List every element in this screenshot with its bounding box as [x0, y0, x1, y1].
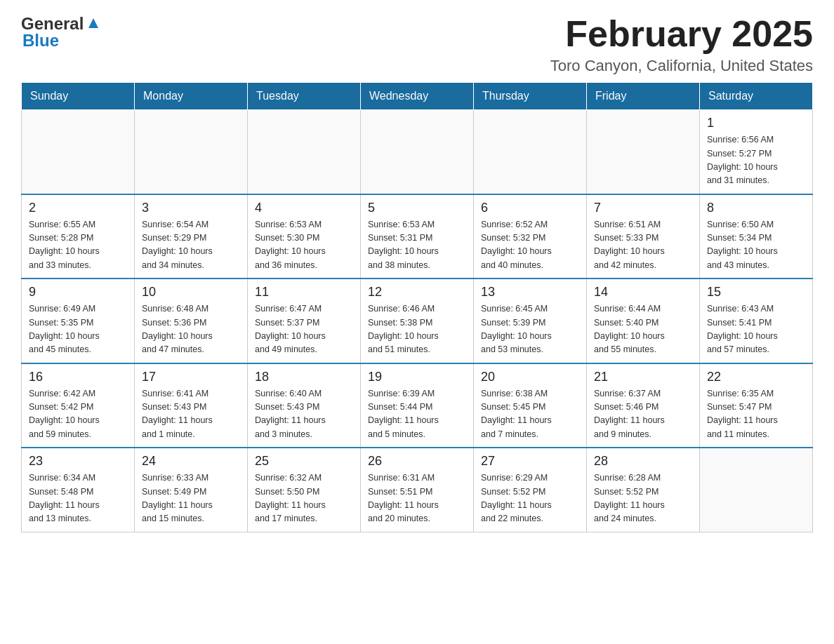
- location-subtitle: Toro Canyon, California, United States: [550, 57, 813, 75]
- calendar-cell: 7Sunrise: 6:51 AM Sunset: 5:33 PM Daylig…: [587, 194, 700, 279]
- day-number: 9: [29, 285, 127, 300]
- calendar-cell: 17Sunrise: 6:41 AM Sunset: 5:43 PM Dayli…: [135, 363, 248, 448]
- day-info: Sunrise: 6:40 AM Sunset: 5:43 PM Dayligh…: [255, 387, 353, 442]
- calendar-cell: 8Sunrise: 6:50 AM Sunset: 5:34 PM Daylig…: [700, 194, 813, 279]
- calendar-cell: 24Sunrise: 6:33 AM Sunset: 5:49 PM Dayli…: [135, 448, 248, 532]
- calendar-week-row: 1Sunrise: 6:56 AM Sunset: 5:27 PM Daylig…: [22, 110, 813, 194]
- day-number: 3: [142, 201, 240, 215]
- calendar-cell: 26Sunrise: 6:31 AM Sunset: 5:51 PM Dayli…: [361, 448, 474, 532]
- logo-triangle-icon: [86, 15, 101, 31]
- day-info: Sunrise: 6:54 AM Sunset: 5:29 PM Dayligh…: [142, 218, 240, 273]
- day-info: Sunrise: 6:28 AM Sunset: 5:52 PM Dayligh…: [594, 471, 692, 526]
- day-number: 10: [142, 285, 240, 300]
- calendar-cell: [700, 448, 813, 532]
- day-info: Sunrise: 6:49 AM Sunset: 5:35 PM Dayligh…: [29, 302, 127, 357]
- day-info: Sunrise: 6:39 AM Sunset: 5:44 PM Dayligh…: [368, 387, 466, 442]
- calendar-cell: 22Sunrise: 6:35 AM Sunset: 5:47 PM Dayli…: [700, 363, 813, 448]
- calendar-cell: 6Sunrise: 6:52 AM Sunset: 5:32 PM Daylig…: [474, 194, 587, 279]
- month-title: February 2025: [550, 14, 813, 54]
- calendar-cell: [587, 110, 700, 194]
- title-area: February 2025 Toro Canyon, California, U…: [550, 14, 813, 75]
- day-number: 11: [255, 285, 353, 300]
- day-info: Sunrise: 6:47 AM Sunset: 5:37 PM Dayligh…: [255, 302, 353, 357]
- day-number: 13: [481, 285, 579, 300]
- calendar-cell: [22, 110, 135, 194]
- day-number: 28: [594, 454, 692, 469]
- calendar-cell: [135, 110, 248, 194]
- day-info: Sunrise: 6:51 AM Sunset: 5:33 PM Dayligh…: [594, 218, 692, 273]
- day-number: 27: [481, 454, 579, 469]
- calendar-cell: 12Sunrise: 6:46 AM Sunset: 5:38 PM Dayli…: [361, 279, 474, 363]
- calendar-week-row: 16Sunrise: 6:42 AM Sunset: 5:42 PM Dayli…: [22, 363, 813, 448]
- calendar-cell: 5Sunrise: 6:53 AM Sunset: 5:31 PM Daylig…: [361, 194, 474, 279]
- day-info: Sunrise: 6:46 AM Sunset: 5:38 PM Dayligh…: [368, 302, 466, 357]
- calendar-cell: 28Sunrise: 6:28 AM Sunset: 5:52 PM Dayli…: [587, 448, 700, 532]
- calendar-cell: 16Sunrise: 6:42 AM Sunset: 5:42 PM Dayli…: [22, 363, 135, 448]
- calendar-week-row: 23Sunrise: 6:34 AM Sunset: 5:48 PM Dayli…: [22, 448, 813, 532]
- day-number: 5: [368, 201, 466, 215]
- calendar-week-row: 9Sunrise: 6:49 AM Sunset: 5:35 PM Daylig…: [22, 279, 813, 363]
- calendar-cell: 4Sunrise: 6:53 AM Sunset: 5:30 PM Daylig…: [248, 194, 361, 279]
- calendar-cell: [474, 110, 587, 194]
- day-info: Sunrise: 6:50 AM Sunset: 5:34 PM Dayligh…: [707, 218, 805, 273]
- day-info: Sunrise: 6:29 AM Sunset: 5:52 PM Dayligh…: [481, 471, 579, 526]
- day-number: 12: [368, 285, 466, 300]
- weekday-header-saturday: Saturday: [700, 83, 813, 110]
- calendar-week-row: 2Sunrise: 6:55 AM Sunset: 5:28 PM Daylig…: [22, 194, 813, 279]
- day-info: Sunrise: 6:42 AM Sunset: 5:42 PM Dayligh…: [29, 387, 127, 442]
- weekday-header-friday: Friday: [587, 83, 700, 110]
- day-info: Sunrise: 6:43 AM Sunset: 5:41 PM Dayligh…: [707, 302, 805, 357]
- calendar-cell: 23Sunrise: 6:34 AM Sunset: 5:48 PM Dayli…: [22, 448, 135, 532]
- day-info: Sunrise: 6:38 AM Sunset: 5:45 PM Dayligh…: [481, 387, 579, 442]
- svg-marker-0: [88, 18, 98, 28]
- calendar-cell: 15Sunrise: 6:43 AM Sunset: 5:41 PM Dayli…: [700, 279, 813, 363]
- day-info: Sunrise: 6:45 AM Sunset: 5:39 PM Dayligh…: [481, 302, 579, 357]
- day-info: Sunrise: 6:53 AM Sunset: 5:31 PM Dayligh…: [368, 218, 466, 273]
- weekday-header-wednesday: Wednesday: [361, 83, 474, 110]
- day-number: 4: [255, 201, 353, 215]
- day-info: Sunrise: 6:56 AM Sunset: 5:27 PM Dayligh…: [707, 133, 805, 188]
- day-number: 7: [594, 201, 692, 215]
- day-info: Sunrise: 6:32 AM Sunset: 5:50 PM Dayligh…: [255, 471, 353, 526]
- day-info: Sunrise: 6:37 AM Sunset: 5:46 PM Dayligh…: [594, 387, 692, 442]
- weekday-header-monday: Monday: [135, 83, 248, 110]
- day-number: 14: [594, 285, 692, 300]
- day-number: 6: [481, 201, 579, 215]
- day-info: Sunrise: 6:31 AM Sunset: 5:51 PM Dayligh…: [368, 471, 466, 526]
- day-number: 16: [29, 370, 127, 384]
- calendar-cell: 20Sunrise: 6:38 AM Sunset: 5:45 PM Dayli…: [474, 363, 587, 448]
- day-number: 26: [368, 454, 466, 469]
- weekday-header-thursday: Thursday: [474, 83, 587, 110]
- calendar-cell: 18Sunrise: 6:40 AM Sunset: 5:43 PM Dayli…: [248, 363, 361, 448]
- logo-blue-text: Blue: [21, 31, 59, 51]
- day-info: Sunrise: 6:52 AM Sunset: 5:32 PM Dayligh…: [481, 218, 579, 273]
- day-info: Sunrise: 6:53 AM Sunset: 5:30 PM Dayligh…: [255, 218, 353, 273]
- day-number: 20: [481, 370, 579, 384]
- calendar-cell: 9Sunrise: 6:49 AM Sunset: 5:35 PM Daylig…: [22, 279, 135, 363]
- calendar-cell: 11Sunrise: 6:47 AM Sunset: 5:37 PM Dayli…: [248, 279, 361, 363]
- logo: General Blue: [21, 14, 101, 51]
- day-number: 18: [255, 370, 353, 384]
- calendar-cell: 3Sunrise: 6:54 AM Sunset: 5:29 PM Daylig…: [135, 194, 248, 279]
- day-number: 15: [707, 285, 805, 300]
- day-info: Sunrise: 6:34 AM Sunset: 5:48 PM Dayligh…: [29, 471, 127, 526]
- day-number: 21: [594, 370, 692, 384]
- day-info: Sunrise: 6:35 AM Sunset: 5:47 PM Dayligh…: [707, 387, 805, 442]
- calendar-cell: 1Sunrise: 6:56 AM Sunset: 5:27 PM Daylig…: [700, 110, 813, 194]
- day-number: 2: [29, 201, 127, 215]
- weekday-header-row: SundayMondayTuesdayWednesdayThursdayFrid…: [22, 83, 813, 110]
- day-info: Sunrise: 6:44 AM Sunset: 5:40 PM Dayligh…: [594, 302, 692, 357]
- day-number: 25: [255, 454, 353, 469]
- weekday-header-sunday: Sunday: [22, 83, 135, 110]
- day-info: Sunrise: 6:48 AM Sunset: 5:36 PM Dayligh…: [142, 302, 240, 357]
- calendar-cell: 19Sunrise: 6:39 AM Sunset: 5:44 PM Dayli…: [361, 363, 474, 448]
- day-number: 24: [142, 454, 240, 469]
- calendar-cell: [248, 110, 361, 194]
- calendar-table: SundayMondayTuesdayWednesdayThursdayFrid…: [21, 82, 813, 532]
- calendar-cell: 10Sunrise: 6:48 AM Sunset: 5:36 PM Dayli…: [135, 279, 248, 363]
- day-info: Sunrise: 6:33 AM Sunset: 5:49 PM Dayligh…: [142, 471, 240, 526]
- day-number: 23: [29, 454, 127, 469]
- day-info: Sunrise: 6:55 AM Sunset: 5:28 PM Dayligh…: [29, 218, 127, 273]
- calendar-cell: 13Sunrise: 6:45 AM Sunset: 5:39 PM Dayli…: [474, 279, 587, 363]
- calendar-cell: 25Sunrise: 6:32 AM Sunset: 5:50 PM Dayli…: [248, 448, 361, 532]
